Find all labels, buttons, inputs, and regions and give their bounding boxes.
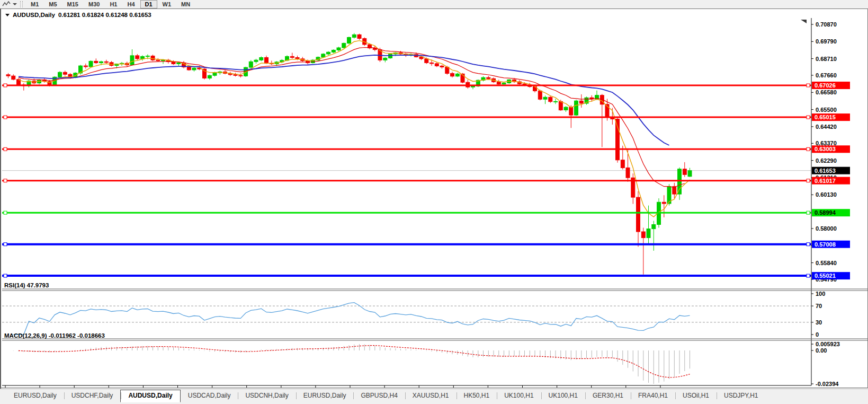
toolbar-separator bbox=[20, 1, 23, 7]
svg-text:0.55021: 0.55021 bbox=[815, 273, 836, 279]
svg-text:0.69790: 0.69790 bbox=[816, 38, 837, 45]
svg-text:70: 70 bbox=[816, 303, 822, 309]
bottom-tab-audusd-daily[interactable]: AUDUSD,Daily bbox=[120, 390, 180, 402]
timeframe-button-h1[interactable]: H1 bbox=[105, 0, 122, 8]
chart-symbol-label: AUDUSD,Daily bbox=[13, 12, 55, 18]
bottom-tab-xauusd-h1[interactable]: XAUUSD,H1 bbox=[405, 390, 457, 401]
svg-text:100: 100 bbox=[816, 291, 825, 297]
timeframe-button-m1[interactable]: M1 bbox=[26, 0, 43, 8]
svg-text:0.57008: 0.57008 bbox=[815, 241, 836, 248]
chart-tab-bar: EURUSD,DailyUSDCHF,DailyAUDUSD,DailyUSDC… bbox=[0, 389, 868, 404]
svg-text:0.62290: 0.62290 bbox=[816, 157, 837, 164]
bottom-tab-usdjpy-h1[interactable]: USDJPY,H1 bbox=[717, 390, 765, 401]
timeframe-button-mn[interactable]: MN bbox=[176, 0, 195, 8]
svg-text:0.58994: 0.58994 bbox=[815, 209, 836, 216]
svg-text:0.66580: 0.66580 bbox=[816, 89, 837, 95]
svg-text:0.58000: 0.58000 bbox=[816, 225, 837, 232]
rsi-pane: 10070300 bbox=[2, 291, 825, 338]
macd-pane: 0.0059230.00-0.02394 bbox=[8, 341, 840, 387]
trading-platform-screen: M1M5M15M30H1H4D1W1MN 0.708700.697900.687… bbox=[0, 0, 868, 404]
bottom-tab-gbpusd-h4[interactable]: GBPUSD,H4 bbox=[353, 390, 405, 401]
bottom-tab-usoil-h1[interactable]: USOil,H1 bbox=[675, 390, 717, 401]
bottom-tab-fra40-h1[interactable]: FRA40,H1 bbox=[631, 390, 675, 401]
ma-fast-line bbox=[19, 41, 690, 217]
bottom-tab-usdcnh-daily[interactable]: USDCNH,Daily bbox=[238, 390, 296, 401]
svg-text:0.60130: 0.60130 bbox=[816, 191, 837, 198]
bottom-tab-ger30-h1[interactable]: GER30,H1 bbox=[585, 390, 631, 401]
bottom-tab-eurusd-daily[interactable]: EURUSD,Daily bbox=[296, 390, 354, 401]
chart-ohlc-values: 0.61281 0.61824 0.61248 0.61653 bbox=[58, 12, 151, 18]
bottom-tab-hk50-h1[interactable]: HK50,H1 bbox=[457, 390, 497, 401]
timeframe-button-m5[interactable]: M5 bbox=[44, 0, 61, 8]
horizontal-levels-layer[interactable] bbox=[2, 84, 811, 277]
draw-tools-icon[interactable] bbox=[1, 1, 12, 8]
svg-text:0.67660: 0.67660 bbox=[816, 72, 837, 78]
svg-text:0.65015: 0.65015 bbox=[815, 114, 836, 120]
bottom-tab-uk100-h1[interactable]: UK100,H1 bbox=[497, 390, 541, 401]
svg-text:0.00: 0.00 bbox=[816, 347, 827, 354]
candles-layer bbox=[6, 33, 692, 275]
rsi-line bbox=[13, 303, 690, 335]
bottom-tab-usdchf-daily[interactable]: USDCHF,Daily bbox=[64, 390, 121, 401]
timeframe-button-m30[interactable]: M30 bbox=[84, 0, 104, 8]
svg-text:0.68710: 0.68710 bbox=[816, 56, 837, 62]
svg-text:0.64420: 0.64420 bbox=[816, 124, 837, 130]
macd-indicator-label: MACD(12,26,9) -0.011962 -0.018663 bbox=[4, 332, 105, 339]
svg-text:0.65500: 0.65500 bbox=[816, 107, 837, 113]
scroll-to-end-icon[interactable] bbox=[801, 20, 807, 23]
svg-text:0.61017: 0.61017 bbox=[815, 178, 836, 184]
svg-text:30: 30 bbox=[816, 319, 822, 326]
svg-text:0.70870: 0.70870 bbox=[816, 21, 837, 28]
rsi-indicator-label: RSI(14) 47.9793 bbox=[4, 282, 49, 288]
bottom-tab-usdcad-daily[interactable]: USDCAD,Daily bbox=[181, 390, 238, 401]
svg-text:0.55840: 0.55840 bbox=[816, 260, 837, 266]
timeframe-button-w1[interactable]: W1 bbox=[158, 0, 176, 8]
bottom-tab-eurusd-daily[interactable]: EURUSD,Daily bbox=[6, 390, 64, 401]
chart-title: AUDUSD,Daily 0.61281 0.61824 0.61248 0.6… bbox=[5, 12, 151, 18]
ma-slow-line bbox=[19, 55, 669, 145]
draw-tools-dropdown-icon[interactable] bbox=[13, 3, 17, 5]
timeframe-toolbar: M1M5M15M30H1H4D1W1MN bbox=[0, 0, 868, 8]
bottom-tab-uk100-h1[interactable]: UK100,H1 bbox=[541, 390, 585, 401]
svg-text:0.67026: 0.67026 bbox=[815, 82, 836, 89]
price-chart-canvas[interactable]: 0.708700.697900.687100.676600.665800.655… bbox=[2, 18, 868, 396]
svg-text:0.61653: 0.61653 bbox=[815, 168, 836, 174]
svg-text:0.005923: 0.005923 bbox=[816, 341, 840, 347]
timeframe-button-m15[interactable]: M15 bbox=[62, 0, 83, 8]
chart-window: 0.708700.697900.687100.676600.665800.655… bbox=[0, 8, 868, 388]
chart-objects-dropdown-icon[interactable] bbox=[5, 14, 10, 16]
timeframe-button-h4[interactable]: H4 bbox=[122, 0, 139, 8]
timeframe-button-d1[interactable]: D1 bbox=[140, 0, 157, 8]
svg-text:0: 0 bbox=[816, 331, 819, 338]
svg-text:-0.02394: -0.02394 bbox=[816, 381, 839, 387]
timeframe-buttons: M1M5M15M30H1H4D1W1MN bbox=[26, 0, 195, 8]
svg-text:0.63003: 0.63003 bbox=[815, 146, 836, 152]
